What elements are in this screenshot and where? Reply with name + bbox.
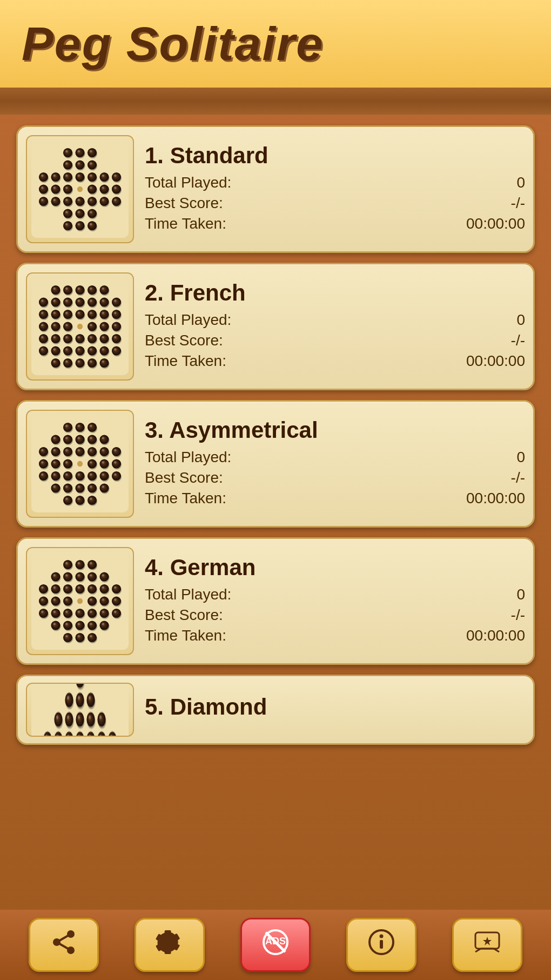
time-taken-label: Time Taken: [145, 215, 226, 232]
best-score-label-4: Best Score: [145, 606, 223, 624]
header: Peg Solitaire [0, 0, 551, 88]
board-thumbnail-standard [26, 135, 134, 243]
stat-row-score-german: Best Score: -/- [145, 606, 525, 624]
ads-button[interactable]: ADS [240, 918, 311, 972]
svg-line-4 [57, 942, 71, 950]
stat-row-score-standard: Best Score: -/- [145, 195, 525, 212]
svg-rect-9 [380, 940, 383, 949]
stat-row-time-german: Time Taken: 00:00:00 [145, 627, 525, 644]
time-taken-value-german: 00:00:00 [466, 627, 525, 644]
total-played-value-german: 0 [516, 586, 525, 603]
total-played-label-2: Total Played: [145, 311, 231, 329]
game-info-german: 4. German Total Played: 0 Best Score: -/… [145, 555, 525, 648]
game-card-diamond[interactable]: 5. Diamond [16, 675, 535, 745]
stat-row-time-standard: Time Taken: 00:00:00 [145, 215, 525, 232]
game-info-diamond: 5. Diamond [145, 694, 525, 725]
game-info-french: 2. French Total Played: 0 Best Score: -/… [145, 280, 525, 373]
game-name-asymmetrical: 3. Asymmetrical [145, 417, 525, 443]
total-played-label-3: Total Played: [145, 449, 231, 466]
svg-line-3 [57, 934, 71, 942]
board-canvas-french [31, 278, 129, 375]
total-played-value-standard: 0 [516, 174, 525, 191]
game-name-diamond: 5. Diamond [145, 694, 525, 720]
board-thumbnail-french [26, 272, 134, 381]
wood-divider [0, 88, 551, 115]
board-thumbnail-diamond [26, 683, 134, 737]
board-canvas-diamond [31, 683, 129, 737]
board-canvas-asymmetrical [31, 415, 129, 512]
stat-row-played-asymmetrical: Total Played: 0 [145, 449, 525, 466]
share-icon [50, 929, 77, 961]
game-name-standard: 1. Standard [145, 143, 525, 169]
rating-button[interactable] [452, 918, 522, 972]
page-title: Peg Solitaire [22, 16, 529, 71]
game-info-standard: 1. Standard Total Played: 0 Best Score: … [145, 143, 525, 236]
game-info-asymmetrical: 3. Asymmetrical Total Played: 0 Best Sco… [145, 417, 525, 510]
ads-icon: ADS [261, 928, 290, 962]
best-score-label-2: Best Score: [145, 332, 223, 349]
stat-row-played-standard: Total Played: 0 [145, 174, 525, 191]
game-card-french[interactable]: 2. French Total Played: 0 Best Score: -/… [16, 263, 535, 390]
best-score-value-standard: -/- [511, 195, 525, 212]
game-card-asymmetrical[interactable]: 3. Asymmetrical Total Played: 0 Best Sco… [16, 400, 535, 528]
settings-button[interactable] [135, 918, 205, 972]
rating-icon [473, 928, 501, 962]
gear-icon [156, 928, 184, 962]
board-thumbnail-german [26, 547, 134, 655]
game-name-french: 2. French [145, 280, 525, 306]
total-played-label: Total Played: [145, 174, 231, 191]
time-taken-value-standard: 00:00:00 [466, 215, 525, 232]
time-taken-label-2: Time Taken: [145, 352, 226, 370]
game-list: 1. Standard Total Played: 0 Best Score: … [0, 115, 551, 910]
best-score-label-3: Best Score: [145, 469, 223, 486]
stat-row-time-french: Time Taken: 00:00:00 [145, 352, 525, 370]
svg-text:ADS: ADS [265, 936, 286, 946]
share-button[interactable] [29, 918, 99, 972]
info-icon [367, 928, 395, 962]
time-taken-label-4: Time Taken: [145, 627, 226, 644]
best-score-value-german: -/- [511, 606, 525, 624]
total-played-value-asymmetrical: 0 [516, 449, 525, 466]
best-score-value-french: -/- [511, 332, 525, 349]
stat-row-score-asymmetrical: Best Score: -/- [145, 469, 525, 486]
stat-row-played-french: Total Played: 0 [145, 311, 525, 329]
board-canvas-german [31, 552, 129, 650]
game-card-german[interactable]: 4. German Total Played: 0 Best Score: -/… [16, 537, 535, 665]
board-thumbnail-asymmetrical [26, 410, 134, 518]
time-taken-label-3: Time Taken: [145, 490, 226, 507]
total-played-value-french: 0 [516, 311, 525, 329]
stat-row-played-german: Total Played: 0 [145, 586, 525, 603]
time-taken-value-asymmetrical: 00:00:00 [466, 490, 525, 507]
time-taken-value-french: 00:00:00 [466, 352, 525, 370]
info-button[interactable] [346, 918, 416, 972]
board-canvas-standard [31, 141, 129, 238]
stat-row-time-asymmetrical: Time Taken: 00:00:00 [145, 490, 525, 507]
stat-row-score-french: Best Score: -/- [145, 332, 525, 349]
best-score-value-asymmetrical: -/- [511, 469, 525, 486]
total-played-label-4: Total Played: [145, 586, 231, 603]
svg-marker-15 [483, 937, 492, 945]
game-card-standard[interactable]: 1. Standard Total Played: 0 Best Score: … [16, 125, 535, 253]
svg-point-10 [380, 935, 384, 938]
game-name-german: 4. German [145, 555, 525, 581]
bottom-nav: ADS [0, 910, 551, 980]
best-score-label: Best Score: [145, 195, 223, 212]
